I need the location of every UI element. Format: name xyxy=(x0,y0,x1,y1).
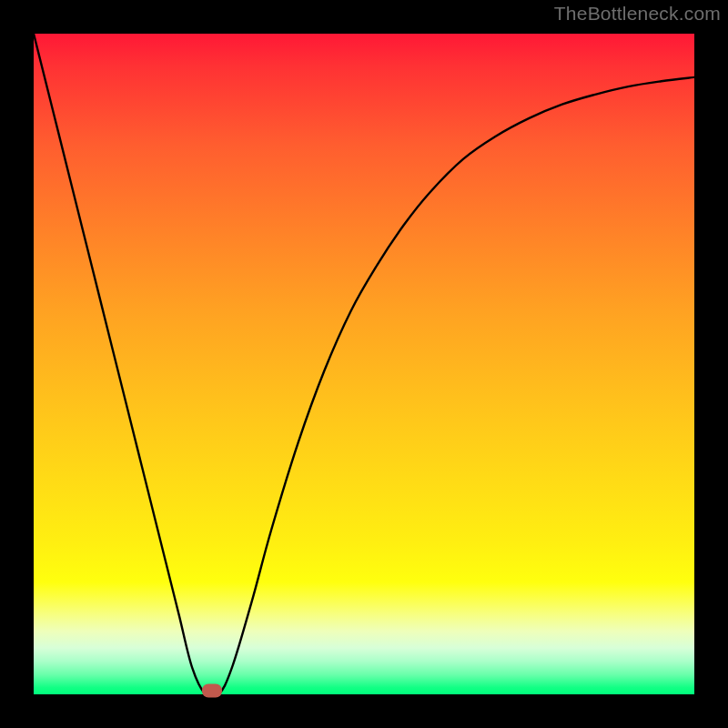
watermark-text: TheBottleneck.com xyxy=(554,3,721,25)
bottleneck-curve xyxy=(34,34,694,694)
chart-frame xyxy=(0,0,728,728)
plot-area xyxy=(34,34,694,694)
optimal-point-marker xyxy=(202,683,222,697)
curve-svg xyxy=(34,34,694,694)
